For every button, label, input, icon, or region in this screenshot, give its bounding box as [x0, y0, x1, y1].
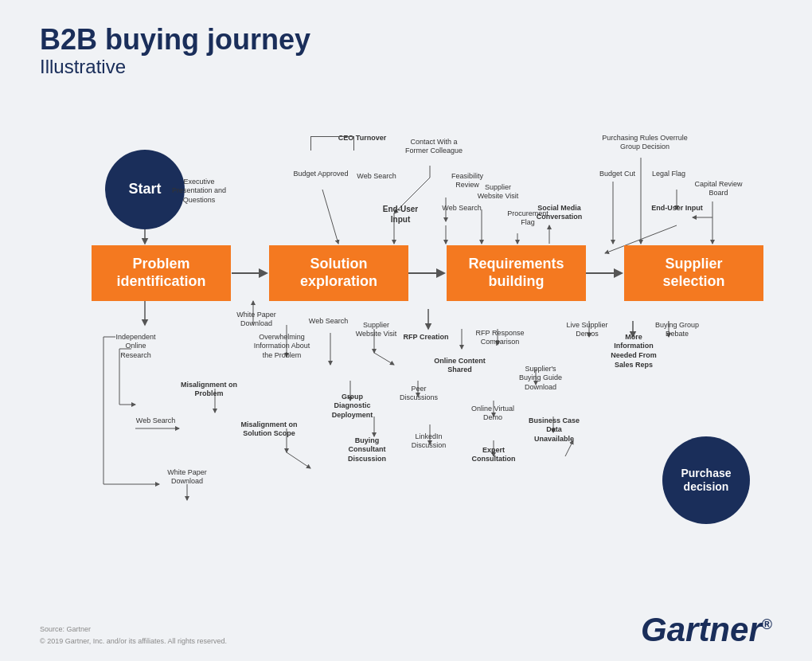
misalignment-problem-label: Misalignment on Problem — [179, 381, 239, 399]
suppliers-guide-label: Supplier's Buying Guide Download — [513, 365, 568, 393]
expert-consultation-label: Expert Consultation — [466, 446, 521, 464]
rfp-response-label: RFP Response Comparison — [472, 329, 528, 347]
peer-discussions-label: Peer Discussions — [396, 385, 442, 403]
phase-solution-label: Solutionexploration — [300, 256, 377, 290]
start-label: Start — [128, 181, 161, 198]
purchasing-rules-label: Purchasing Rules Overrule Group Decision — [601, 134, 689, 152]
subtitle: Illustrative — [40, 56, 772, 78]
supplier-website-1-label: Supplier Website Visit — [472, 183, 524, 201]
misalignment-solution-label: Misalignment on Solution Scope — [237, 420, 301, 439]
web-search-2-label: Web Search — [442, 204, 482, 213]
title: B2B buying journey — [40, 24, 772, 56]
copyright-text: © 2019 Gartner, Inc. and/or its affiliat… — [40, 636, 227, 647]
budget-cut-label: Budget Cut — [595, 170, 639, 179]
phase-problem-box: Problemidentification — [92, 245, 231, 301]
gartner-logo: Gartner® — [641, 611, 772, 649]
independent-research-label: Independent Online Research — [110, 333, 162, 361]
gartner-text: Gartner — [641, 611, 762, 648]
purchase-label: Purchasedecision — [681, 467, 731, 494]
end-user-input-1-label: End-User Input — [373, 204, 428, 225]
capital-review-label: Capital Review Board — [693, 180, 744, 198]
phase-requirements-label: Requirementsbuilding — [468, 256, 564, 290]
white-paper-1-label: White Paper Download — [229, 311, 283, 329]
phase-supplier-label: Supplierselection — [662, 256, 724, 290]
online-content-label: Online Content Shared — [434, 357, 486, 375]
group-diagnostic-label: Group Diagnostic Deployment — [322, 393, 382, 420]
buying-group-label: Buying Group Debate — [651, 321, 703, 339]
registered-mark: ® — [762, 616, 772, 632]
footer: Source: Gartner © 2019 Gartner, Inc. and… — [40, 624, 227, 647]
purchase-circle: Purchasedecision — [662, 436, 750, 524]
svg-line-31 — [287, 452, 310, 468]
diagram: Start Problemidentification Solutionexpl… — [40, 86, 772, 572]
main-container: B2B buying journey Illustrative — [0, 0, 812, 661]
web-search-3-label: Web Search — [306, 317, 350, 327]
web-search-top-label: Web Search — [357, 172, 396, 182]
phase-requirements-box: Requirementsbuilding — [447, 245, 586, 301]
supplier-website-2-label: Supplier Website Visit — [350, 321, 402, 339]
svg-line-5 — [322, 190, 338, 244]
business-case-label: Business Case Data Unavailable — [525, 417, 583, 444]
rfp-creation-label: RFP Creation — [402, 333, 450, 342]
social-media-label: Social Media Conversation — [525, 204, 593, 222]
online-virtual-label: Online Virtual Demo — [466, 405, 520, 423]
overwhelming-info-label: Overwhelming Information About the Probl… — [253, 333, 310, 361]
exec-presentation-label: Executive Presentation and Questions — [163, 178, 235, 205]
phase-supplier-box: Supplierselection — [624, 245, 763, 301]
legal-flag-label: Legal Flag — [645, 170, 693, 179]
budget-approved-label: Budget Approved — [293, 170, 349, 179]
end-user-input-2-label: End-User Input — [651, 204, 703, 213]
buying-consultant-label: Buying Consultant Discussion — [336, 436, 398, 464]
source-text: Source: Gartner — [40, 624, 227, 635]
web-search-bottom-label: Web Search — [134, 417, 178, 426]
white-paper-2-label: White Paper Download — [163, 468, 211, 487]
phase-problem-label: Problemidentification — [117, 256, 206, 290]
contact-colleague-label: Contact With a Former Colleague — [398, 138, 470, 156]
phase-solution-box: Solutionexploration — [269, 245, 408, 301]
ceo-bracket — [310, 136, 354, 151]
svg-line-34 — [374, 353, 394, 365]
linkedin-label: LinkedIn Discussion — [403, 432, 455, 451]
